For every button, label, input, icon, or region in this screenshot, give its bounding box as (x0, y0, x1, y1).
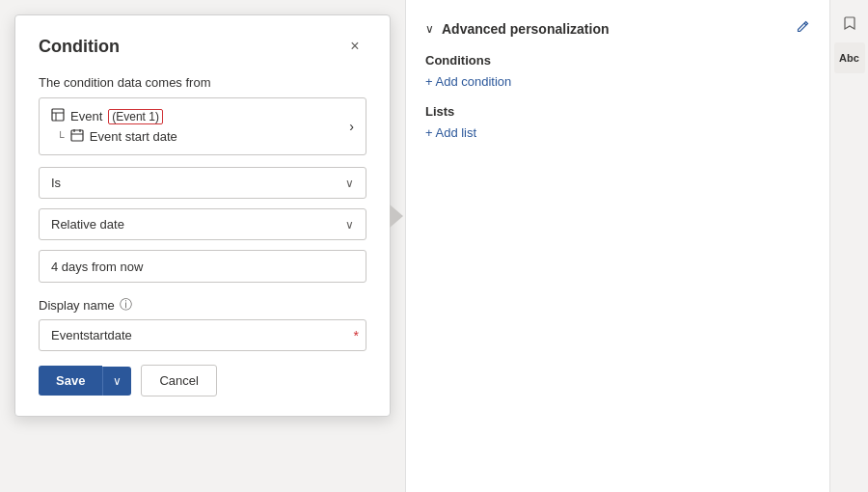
table-icon (51, 108, 65, 124)
event-sub-row: └ Event start date (55, 128, 177, 145)
event-sub-label: Event start date (90, 129, 177, 144)
advanced-title: Advanced personalization (442, 21, 609, 37)
add-condition-link[interactable]: + Add condition (425, 74, 511, 89)
info-icon: ⓘ (120, 296, 132, 314)
save-dropdown-chevron-icon: ∨ (113, 374, 122, 388)
indent-icon: └ (57, 131, 65, 143)
advanced-section-header: ∨ Advanced personalization (425, 19, 810, 38)
operator-value: Is (51, 176, 61, 190)
data-source-selector[interactable]: Event (Event 1) └ Event start date (39, 97, 366, 155)
dialog-title: Condition (39, 37, 120, 57)
add-list-link[interactable]: + Add list (425, 125, 476, 140)
svg-rect-0 (52, 109, 64, 121)
chevron-right-icon: › (349, 119, 354, 134)
advanced-collapse-icon[interactable]: ∨ (425, 22, 434, 36)
display-name-input[interactable] (39, 319, 366, 351)
display-name-input-row: * (39, 319, 366, 351)
condition-dialog: Condition × The condition data comes fro… (14, 14, 391, 417)
source-section-label: The condition data comes from (39, 75, 366, 90)
edit-icon[interactable] (795, 19, 810, 38)
calendar-icon (70, 128, 84, 145)
event-label: Event (70, 109, 102, 123)
data-source-content: Event (Event 1) └ Event start date (51, 108, 177, 145)
lists-header: Lists (425, 104, 810, 119)
sidebar-text-icon[interactable]: Abc (834, 42, 865, 73)
dialog-header: Condition × (39, 35, 366, 58)
operator-dropdown[interactable]: Is ∨ (39, 167, 366, 199)
save-dropdown-button[interactable]: ∨ (102, 367, 131, 396)
display-name-label-row: Display name ⓘ (39, 296, 366, 314)
event-tag: (Event 1) (108, 109, 163, 124)
right-panel-content: ∨ Advanced personalization Conditions + … (406, 0, 829, 492)
svg-rect-3 (71, 130, 83, 141)
sidebar-bookmark-icon[interactable] (834, 8, 865, 39)
right-panel: ∨ Advanced personalization Conditions + … (405, 0, 829, 492)
days-value-text: 4 days from now (51, 260, 143, 274)
dialog-footer: Save ∨ Cancel (39, 365, 366, 396)
close-icon: × (350, 38, 359, 55)
date-type-dropdown[interactable]: Relative date ∨ (39, 208, 366, 240)
days-value-box: 4 days from now (39, 250, 366, 283)
close-button[interactable]: × (343, 35, 366, 58)
event-row: Event (Event 1) (51, 108, 177, 124)
right-sidebar: Abc (829, 0, 868, 492)
display-name-section: Display name ⓘ * (39, 296, 366, 351)
save-button-group: Save ∨ (39, 366, 131, 396)
cancel-button[interactable]: Cancel (141, 365, 216, 396)
date-type-value: Relative date (51, 217, 124, 232)
abc-label: Abc (839, 52, 859, 64)
arrow-connector (390, 205, 403, 228)
required-star: * (354, 328, 359, 343)
conditions-header: Conditions (425, 53, 810, 68)
date-type-chevron-icon: ∨ (345, 218, 354, 232)
operator-chevron-icon: ∨ (345, 177, 354, 190)
display-name-label: Display name (39, 298, 115, 313)
save-button[interactable]: Save (39, 366, 102, 396)
